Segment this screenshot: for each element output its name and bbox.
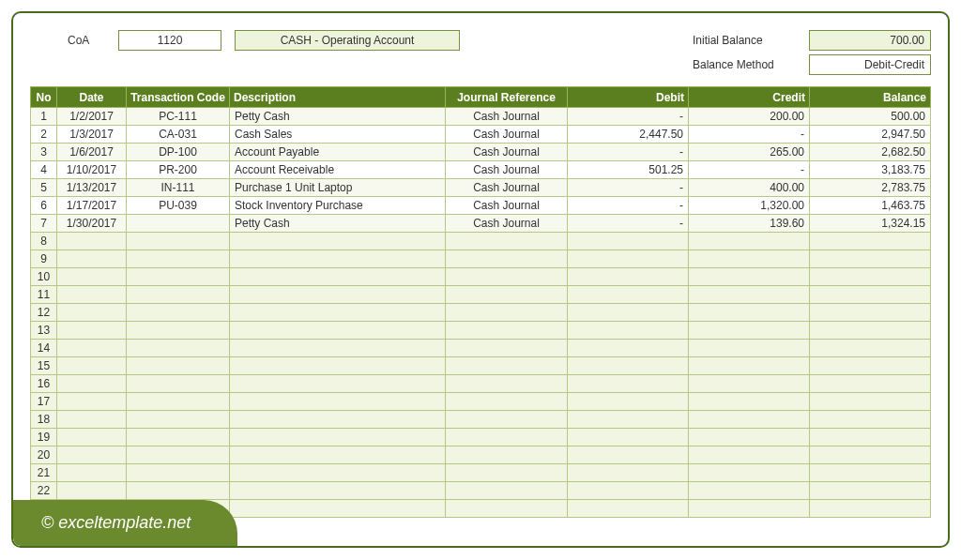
cell-desc[interactable] <box>230 393 446 411</box>
cell-debit[interactable] <box>568 250 689 268</box>
cell-date[interactable] <box>57 340 127 357</box>
table-row-empty[interactable]: 10 <box>31 268 931 286</box>
cell-debit[interactable] <box>568 411 689 429</box>
cell-credit[interactable]: - <box>689 161 810 179</box>
cell-tc[interactable]: IN-111 <box>127 179 230 197</box>
cell-date[interactable] <box>57 322 127 340</box>
table-row[interactable]: 61/17/2017PU-039Stock Inventory Purchase… <box>31 197 931 215</box>
balance-method-cell[interactable]: Debit-Credit <box>809 54 931 75</box>
cell-tc[interactable] <box>127 233 230 250</box>
cell-credit[interactable] <box>689 429 810 446</box>
cell-desc[interactable]: Account Payable <box>230 144 446 161</box>
cell-balance[interactable]: 3,183.75 <box>810 161 931 179</box>
cell-jr[interactable] <box>446 411 568 429</box>
cell-debit[interactable] <box>568 393 689 411</box>
cell-debit[interactable] <box>568 375 689 393</box>
table-row-empty[interactable]: 22 <box>31 482 931 500</box>
cell-balance[interactable] <box>810 340 931 357</box>
cell-date[interactable]: 1/6/2017 <box>57 144 127 161</box>
cell-jr[interactable]: Cash Journal <box>446 179 568 197</box>
table-row-empty[interactable]: 16 <box>31 375 931 393</box>
cell-no[interactable]: 3 <box>31 144 57 161</box>
cell-desc[interactable]: Purchase 1 Unit Laptop <box>230 179 446 197</box>
cell-jr[interactable] <box>446 464 568 482</box>
cell-desc[interactable] <box>230 482 446 500</box>
cell-balance[interactable] <box>810 446 931 464</box>
cell-balance[interactable] <box>810 233 931 250</box>
cell-debit[interactable]: - <box>568 144 689 161</box>
table-row-empty[interactable]: 11 <box>31 286 931 304</box>
cell-no[interactable]: 13 <box>31 322 57 340</box>
cell-balance[interactable] <box>810 268 931 286</box>
cell-tc[interactable] <box>127 250 230 268</box>
cell-date[interactable] <box>57 250 127 268</box>
cell-desc[interactable] <box>230 500 446 518</box>
cell-balance[interactable] <box>810 482 931 500</box>
cell-balance[interactable] <box>810 429 931 446</box>
cell-debit[interactable]: 2,447.50 <box>568 126 689 144</box>
cell-credit[interactable]: - <box>689 126 810 144</box>
cell-tc[interactable] <box>127 304 230 322</box>
cell-jr[interactable] <box>446 429 568 446</box>
cell-desc[interactable] <box>230 233 446 250</box>
cell-desc[interactable] <box>230 268 446 286</box>
cell-debit[interactable]: - <box>568 215 689 233</box>
cell-desc[interactable]: Petty Cash <box>230 215 446 233</box>
cell-balance[interactable] <box>810 322 931 340</box>
cell-debit[interactable] <box>568 429 689 446</box>
cell-jr[interactable] <box>446 500 568 518</box>
cell-desc[interactable] <box>230 464 446 482</box>
cell-jr[interactable] <box>446 393 568 411</box>
cell-no[interactable]: 4 <box>31 161 57 179</box>
cell-date[interactable] <box>57 446 127 464</box>
cell-date[interactable] <box>57 393 127 411</box>
table-row-empty[interactable]: 20 <box>31 446 931 464</box>
cell-balance[interactable] <box>810 375 931 393</box>
cell-tc[interactable]: DP-100 <box>127 144 230 161</box>
cell-tc[interactable] <box>127 268 230 286</box>
cell-desc[interactable] <box>230 357 446 375</box>
cell-tc[interactable]: PU-039 <box>127 197 230 215</box>
cell-credit[interactable]: 200.00 <box>689 108 810 126</box>
cell-balance[interactable] <box>810 357 931 375</box>
cell-credit[interactable]: 265.00 <box>689 144 810 161</box>
cell-debit[interactable] <box>568 500 689 518</box>
cell-date[interactable] <box>57 411 127 429</box>
cell-credit[interactable] <box>689 464 810 482</box>
cell-tc[interactable] <box>127 322 230 340</box>
table-row-empty[interactable]: 21 <box>31 464 931 482</box>
cell-balance[interactable]: 500.00 <box>810 108 931 126</box>
cell-no[interactable]: 8 <box>31 233 57 250</box>
cell-tc[interactable] <box>127 411 230 429</box>
cell-balance[interactable]: 1,463.75 <box>810 197 931 215</box>
cell-date[interactable] <box>57 304 127 322</box>
account-name-cell[interactable]: CASH - Operating Account <box>235 30 460 51</box>
cell-no[interactable]: 15 <box>31 357 57 375</box>
cell-date[interactable]: 1/13/2017 <box>57 179 127 197</box>
cell-no[interactable]: 21 <box>31 464 57 482</box>
initial-balance-cell[interactable]: 700.00 <box>809 30 931 51</box>
cell-desc[interactable] <box>230 286 446 304</box>
cell-desc[interactable] <box>230 375 446 393</box>
cell-debit[interactable] <box>568 357 689 375</box>
cell-no[interactable]: 10 <box>31 268 57 286</box>
cell-credit[interactable] <box>689 304 810 322</box>
cell-tc[interactable] <box>127 464 230 482</box>
cell-debit[interactable]: - <box>568 108 689 126</box>
cell-date[interactable]: 1/2/2017 <box>57 108 127 126</box>
cell-date[interactable]: 1/30/2017 <box>57 215 127 233</box>
cell-date[interactable] <box>57 233 127 250</box>
cell-credit[interactable] <box>689 411 810 429</box>
cell-balance[interactable] <box>810 304 931 322</box>
cell-jr[interactable]: Cash Journal <box>446 215 568 233</box>
cell-credit[interactable] <box>689 286 810 304</box>
cell-date[interactable] <box>57 286 127 304</box>
cell-credit[interactable] <box>689 340 810 357</box>
table-row-empty[interactable]: 19 <box>31 429 931 446</box>
cell-credit[interactable] <box>689 357 810 375</box>
cell-desc[interactable] <box>230 304 446 322</box>
cell-desc[interactable]: Petty Cash <box>230 108 446 126</box>
cell-tc[interactable]: PC-111 <box>127 108 230 126</box>
cell-debit[interactable] <box>568 340 689 357</box>
cell-no[interactable]: 16 <box>31 375 57 393</box>
